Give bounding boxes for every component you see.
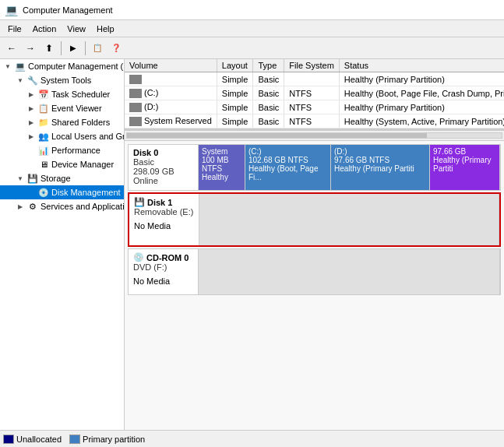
partition-system-res[interactable]: System 100 MB NTFS Healthy [199, 145, 245, 190]
menu-help[interactable]: Help [92, 23, 119, 35]
disk-0-info: Disk 0 Basic 298.09 GB Online [129, 145, 199, 190]
help-button[interactable]: ❓ [107, 40, 125, 57]
part-status: Healthy (Boot, Page Fi... [248, 164, 327, 181]
cell-filesystem: NTFS [284, 86, 339, 100]
disk-1-info: 💾 Disk 1 Removable (E:) No Media [129, 194, 199, 245]
cell-status: Healthy (System, Active, Primary Partiti… [339, 114, 504, 128]
icon-event: 📋 [37, 102, 50, 114]
menu-view[interactable]: View [62, 23, 90, 35]
expander-storage[interactable]: ▼ [14, 172, 26, 185]
icon-shared: 📁 [37, 116, 50, 128]
cell-type: Basic [253, 100, 284, 114]
icon-device: 🖥 [37, 158, 50, 171]
table-row[interactable]: (D:)SimpleBasicNTFSHealthy (Primary Part… [125, 100, 504, 114]
cdrom-0-info: 💿 CD-ROM 0 DVD (F:) No Media [129, 249, 199, 294]
sidebar-item-performance[interactable]: 📊 Performance [0, 143, 124, 157]
h-scrollbar[interactable] [125, 130, 504, 141]
col-status[interactable]: Status [339, 59, 504, 72]
legend-box-unallocated [3, 435, 14, 444]
col-filesystem[interactable]: File System [284, 59, 339, 72]
cell-type: Basic [253, 86, 284, 100]
col-layout[interactable]: Layout [217, 59, 253, 72]
cell-type: Basic [253, 114, 284, 128]
expander-system-tools[interactable]: ▼ [14, 74, 26, 86]
expander-task[interactable]: ▶ [25, 88, 37, 100]
partition-d[interactable]: (D:) 97.66 GB NTFS Healthy (Primary Part… [331, 145, 430, 190]
label-root: Computer Management (Loca [28, 62, 125, 71]
expander-users[interactable]: ▶ [25, 130, 37, 143]
table-row[interactable]: System ReservedSimpleBasicNTFSHealthy (S… [125, 114, 504, 128]
legend-box-primary [69, 435, 80, 444]
label-perf: Performance [51, 146, 100, 155]
sidebar-item-root[interactable]: ▼ 💻 Computer Management (Loca [0, 59, 124, 73]
sidebar-item-shared-folders[interactable]: ▶ 📁 Shared Folders [0, 115, 124, 129]
expander-services[interactable]: ▶ [14, 200, 26, 213]
disk-1-partitions [199, 194, 499, 245]
col-type[interactable]: Type [253, 59, 284, 72]
sidebar-item-storage[interactable]: ▼ 💾 Storage [0, 171, 124, 185]
table-row[interactable]: SimpleBasicHealthy (Primary Partition)97 [125, 72, 504, 86]
expander-event[interactable]: ▶ [25, 102, 37, 114]
sidebar-item-task-scheduler[interactable]: ▶ 📅 Task Scheduler [0, 87, 124, 101]
cell-layout: Simple [217, 72, 253, 86]
icon-perf: 📊 [37, 144, 50, 157]
legend-label-primary: Primary partition [83, 435, 145, 444]
cell-filesystem [284, 72, 339, 86]
menu-file[interactable]: File [3, 23, 26, 35]
sidebar-item-local-users[interactable]: ▶ 👥 Local Users and Groups [0, 129, 124, 143]
expander-shared[interactable]: ▶ [25, 116, 37, 128]
volume-table-panel: Volume Layout Type File System Status C … [125, 59, 504, 130]
label-users: Local Users and Groups [51, 132, 125, 141]
back-button[interactable]: ← [3, 40, 20, 57]
content-area: Volume Layout Type File System Status C … [125, 59, 504, 430]
part-status: Healthy [202, 173, 241, 181]
part-detail: 100 MB [202, 156, 241, 164]
label-system-tools: System Tools [41, 76, 91, 85]
app-icon: 💻 [5, 4, 18, 16]
part-label: 97.66 GB [433, 147, 496, 156]
title-bar: 💻 Computer Management [0, 0, 504, 20]
main-container: ▼ 💻 Computer Management (Loca ▼ 🔧 System… [0, 59, 504, 430]
disk-1-row: 💾 Disk 1 Removable (E:) No Media [128, 192, 501, 247]
legend-primary: Primary partition [69, 435, 145, 444]
cell-volume [125, 72, 217, 86]
up-button[interactable]: ⬆ [41, 40, 58, 57]
show-hide-button[interactable]: ▶ [65, 40, 82, 57]
cell-status: Healthy (Boot, Page File, Crash Dump, Pr… [339, 86, 504, 100]
sidebar-item-event-viewer[interactable]: ▶ 📋 Event Viewer [0, 101, 124, 115]
toolbar-separator-2 [85, 41, 86, 55]
table-row[interactable]: (C:)SimpleBasicNTFSHealthy (Boot, Page F… [125, 86, 504, 100]
menu-bar: File Action View Help [0, 20, 504, 37]
sidebar-item-device-mgr[interactable]: 🖥 Device Manager [0, 157, 124, 171]
disk-1-type: Removable (E:) [134, 207, 194, 216]
menu-action[interactable]: Action [28, 23, 62, 35]
cell-layout: Simple [217, 86, 253, 100]
cdrom-type: DVD (F:) [133, 262, 193, 272]
partition-c[interactable]: (C:) 102.68 GB NTFS Healthy (Boot, Page … [245, 145, 331, 190]
cdrom-0-partitions [199, 249, 500, 294]
expander-root[interactable]: ▼ [2, 60, 14, 72]
properties-button[interactable]: 📋 [89, 40, 106, 57]
cell-filesystem: NTFS [284, 114, 339, 128]
col-volume[interactable]: Volume [125, 59, 217, 72]
toolbar-separator-1 [61, 41, 62, 55]
label-event: Event Viewer [51, 104, 102, 113]
label-storage: Storage [41, 174, 71, 183]
icon-services: ⚙ [26, 200, 39, 213]
cdrom-icon: 💿 [133, 252, 144, 262]
part-detail: 102.68 GB NTFS [248, 156, 327, 164]
part-detail: 97.66 GB NTFS [334, 156, 426, 164]
sidebar-item-system-tools[interactable]: ▼ 🔧 System Tools [0, 73, 124, 87]
partition-no-media-1 [199, 194, 499, 245]
legend-unallocated: Unallocated [3, 435, 62, 444]
partition-unalloc[interactable]: 97.66 GB Healthy (Primary Partiti [430, 145, 500, 190]
label-task: Task Scheduler [51, 90, 110, 99]
sidebar-item-disk-mgmt[interactable]: 💿 Disk Management [0, 185, 124, 199]
disk-0-row: Disk 0 Basic 298.09 GB Online System 100… [128, 144, 501, 191]
icon-system-tools: 🔧 [26, 74, 39, 86]
sidebar-item-services[interactable]: ▶ ⚙ Services and Applications [0, 199, 124, 213]
disk-0-name: Disk 0 [133, 148, 193, 157]
forward-button[interactable]: → [22, 40, 39, 57]
cell-status: Healthy (Primary Partition) [339, 100, 504, 114]
disk-0-partitions: System 100 MB NTFS Healthy (C:) 102.68 G… [199, 145, 500, 190]
